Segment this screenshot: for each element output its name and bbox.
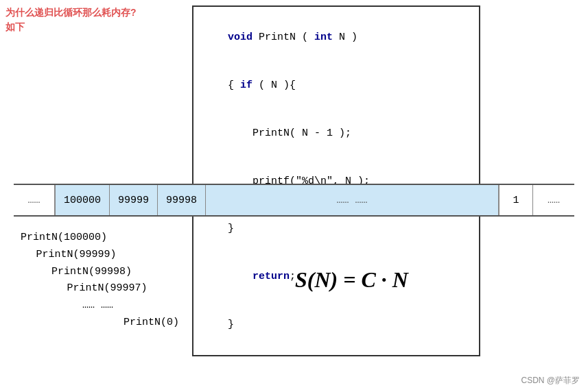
- call-line-6: PrintN(0): [124, 315, 179, 332]
- stack-cell-99998: 99998: [158, 185, 206, 215]
- call-line-4: PrintN(99997): [67, 280, 180, 297]
- call-line-1: PrintN(100000): [21, 230, 179, 247]
- call-stack-section: PrintN(100000) PrintN(99999) PrintN(9999…: [21, 230, 179, 332]
- stack-cell-dots-left: ……: [14, 185, 55, 215]
- code-line-2: { if ( N ){: [203, 62, 469, 110]
- code-block: void PrintN ( int N ) { if ( N ){ PrintN…: [192, 5, 480, 356]
- code-line-3: PrintN( N - 1 );: [203, 110, 469, 158]
- stack-row: …… 100000 99999 99998 …… …… 1 ……: [14, 185, 574, 215]
- watermark: CSDN @萨菲罗: [521, 375, 580, 387]
- memory-stack: …… 100000 99999 99998 …… …… 1 ……: [14, 184, 574, 217]
- code-line-7: }: [203, 301, 469, 349]
- call-line-3: PrintN(99998): [51, 264, 179, 281]
- call-line-5: …… ……: [82, 297, 179, 315]
- call-line-2: PrintN(99999): [36, 247, 180, 264]
- stack-cell-99999: 99999: [110, 185, 158, 215]
- keyword-void: void: [228, 32, 252, 43]
- stack-cell-1: 1: [499, 185, 533, 215]
- top-left-label: 为什么递归比循环那么耗内存? 如下: [5, 5, 137, 34]
- code-line-1: void PrintN ( int N ): [203, 14, 469, 62]
- stack-cell-100000: 100000: [55, 185, 110, 215]
- stack-cell-dots-right: ……: [533, 185, 574, 215]
- formula-display: S(N) = C · N: [295, 267, 408, 293]
- keyword-int: int: [314, 32, 333, 43]
- stack-cell-middle-dots: …… ……: [206, 185, 499, 215]
- keyword-if: if: [240, 79, 252, 91]
- keyword-return: return: [252, 271, 290, 282]
